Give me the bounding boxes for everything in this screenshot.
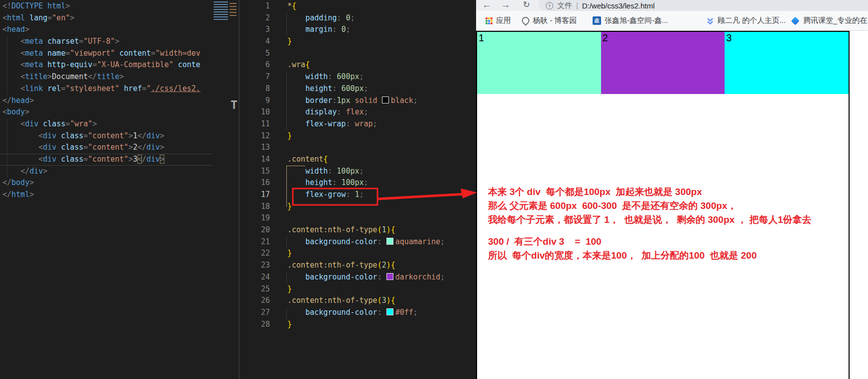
note-line: 本来 3个 div 每个都是100px 加起来也就是 300px — [488, 185, 811, 199]
code-token: 2 — [382, 261, 386, 270]
code-token — [287, 273, 305, 282]
code-line[interactable]: <meta http-equiv="X-UA-Compatible" conte — [0, 59, 213, 71]
minimap-marks — [230, 3, 237, 18]
code-line[interactable]: 2 padding: 0; — [240, 12, 476, 24]
code-line[interactable]: 26.content:nth-of-type(3){ — [240, 295, 476, 307]
code-line[interactable]: 14.content{ — [240, 154, 476, 166]
code-token: ; — [440, 273, 445, 282]
code-line[interactable]: 17 flex-grow: 1; — [240, 189, 476, 201]
code-line[interactable]: 16 height: 100px; — [240, 177, 476, 189]
code-token: 600px — [337, 72, 359, 81]
code-line[interactable]: </div> — [0, 166, 213, 178]
bookmark-homepage[interactable]: 顾二凡 的个人主页... — [706, 11, 786, 30]
line-number: 5 — [240, 48, 270, 60]
code-line[interactable]: <link rel="stylesheet" href="./css/les2. — [0, 83, 213, 95]
code-line[interactable]: 13 — [240, 142, 476, 154]
code-line[interactable]: </html> — [0, 189, 213, 201]
bookmark-label: 顾二凡 的个人主页... — [718, 16, 786, 25]
code-line[interactable]: 19 — [240, 212, 476, 224]
code-line[interactable]: <div class="content">3</div> — [0, 154, 213, 166]
code-line[interactable]: <body> — [0, 106, 213, 118]
bookmark-apps[interactable]: 应用 — [486, 11, 511, 30]
code-line[interactable]: 4} — [240, 36, 476, 48]
bookmark-xin[interactable]: 鑫 张鑫旭-鑫空间-鑫... — [593, 11, 668, 30]
editor-pane-html[interactable]: <!DOCTYPE html><html lang="en"><head> <m… — [0, 0, 213, 379]
code-line[interactable]: 22} — [240, 248, 476, 260]
code-line[interactable]: <!DOCTYPE html> — [0, 0, 213, 12]
code-line[interactable]: 8 height: 600px; — [240, 83, 476, 95]
code-line[interactable]: 3 margin: 0; — [240, 24, 476, 36]
rendered-page: 123 本来 3个 div 每个都是100px 加起来也就是 300px 那么 … — [476, 31, 868, 379]
code-token — [173, 60, 178, 69]
code-token: body — [7, 107, 25, 116]
code-token: .content:nth-of-type — [287, 225, 377, 234]
code-token: 100px — [337, 167, 359, 176]
code-text: height: 600px; — [287, 83, 369, 95]
bookmark-class[interactable]: 腾讯课堂_专业的在... — [791, 11, 868, 30]
code-line[interactable]: 6.wra{ — [240, 59, 476, 71]
code-line[interactable]: 10 display: flex; — [240, 106, 476, 118]
url-separator: | — [576, 1, 578, 9]
code-line[interactable]: </body> — [0, 177, 213, 189]
code-line[interactable]: <div class="content">1</div> — [0, 130, 213, 142]
code-token: : — [377, 273, 386, 282]
code-token: </ — [137, 131, 146, 140]
code-line[interactable]: <div class="content">2</div> — [0, 142, 213, 154]
forward-button[interactable]: → — [501, 0, 510, 11]
code-token: class — [61, 143, 83, 152]
code-token: } — [287, 37, 292, 46]
code-line[interactable]: 7 width: 600px; — [240, 71, 476, 83]
code-line[interactable]: 11 flex-wrap: wrap; — [240, 118, 476, 130]
code-line[interactable]: <div class="wra"> — [0, 118, 213, 130]
code-token — [2, 84, 20, 93]
code-line[interactable]: 5 — [240, 48, 476, 60]
code-line[interactable]: 18} — [240, 201, 476, 213]
code-token: < — [20, 60, 25, 69]
indent-guide — [286, 307, 287, 319]
code-line[interactable]: <meta name="viewport" content="width=dev — [0, 48, 213, 60]
code-line[interactable]: </head> — [0, 95, 213, 107]
code-line[interactable]: <head> — [0, 24, 213, 36]
code-token: ( — [377, 225, 382, 234]
page-info-icon[interactable]: i — [546, 2, 553, 9]
code-text: margin: 0; — [287, 24, 350, 36]
code-token: name — [47, 49, 65, 58]
code-line[interactable]: 20.content:nth-of-type(1){ — [240, 224, 476, 236]
bookmark-blog[interactable]: 杨耿 - 博客园 — [522, 11, 577, 30]
code-token: div — [146, 143, 160, 152]
code-line[interactable]: 21 background-color: aquamarine; — [240, 236, 476, 248]
code-token: : — [377, 308, 386, 317]
code-token: > — [128, 131, 133, 140]
code-line[interactable]: 24 background-color: darkorchid; — [240, 272, 476, 284]
address-bar[interactable]: i 文件 | D:/web/css3/les2.html — [539, 0, 868, 11]
stray-glyph: T — [231, 98, 238, 111]
code-token: > — [160, 155, 164, 164]
editor-pane-css[interactable]: 1*{2 padding: 0;3 margin: 0;4}56.wra{7 w… — [240, 0, 476, 379]
code-line[interactable]: <meta charset="UTF-8"> — [0, 36, 213, 48]
code-line[interactable]: <html lang="en"> — [0, 12, 213, 24]
code-token — [2, 60, 20, 69]
code-line[interactable]: 27 background-color: #0ff; — [240, 307, 476, 319]
code-token: : — [337, 107, 346, 116]
code-token: 3 — [133, 155, 137, 164]
refresh-button[interactable]: ↻ — [523, 0, 530, 11]
code-line[interactable]: 25} — [240, 284, 476, 295]
code-token: = — [151, 49, 155, 58]
code-line[interactable]: 15 width: 100px; — [240, 166, 476, 178]
code-line[interactable]: 12} — [240, 130, 476, 142]
code-line[interactable]: <title>Document</title> — [0, 71, 213, 83]
code-line[interactable]: 28} — [240, 319, 476, 331]
minimap[interactable]: T — [213, 0, 239, 379]
back-button[interactable]: ← — [482, 0, 492, 11]
code-token: > — [29, 178, 34, 187]
code-text: .content:nth-of-type(2){ — [287, 260, 395, 272]
code-line[interactable]: 23.content:nth-of-type(2){ — [240, 260, 476, 272]
code-token: background-color — [305, 237, 377, 246]
color-swatch — [382, 96, 389, 103]
code-line[interactable]: 1*{ — [240, 0, 476, 12]
code-text: .content:nth-of-type(3){ — [287, 295, 395, 307]
code-token: 600px — [341, 84, 364, 93]
code-text: .content{ — [287, 154, 328, 166]
code-line[interactable]: 9 border:1px solid black; — [240, 95, 476, 107]
code-token: = — [84, 131, 88, 140]
